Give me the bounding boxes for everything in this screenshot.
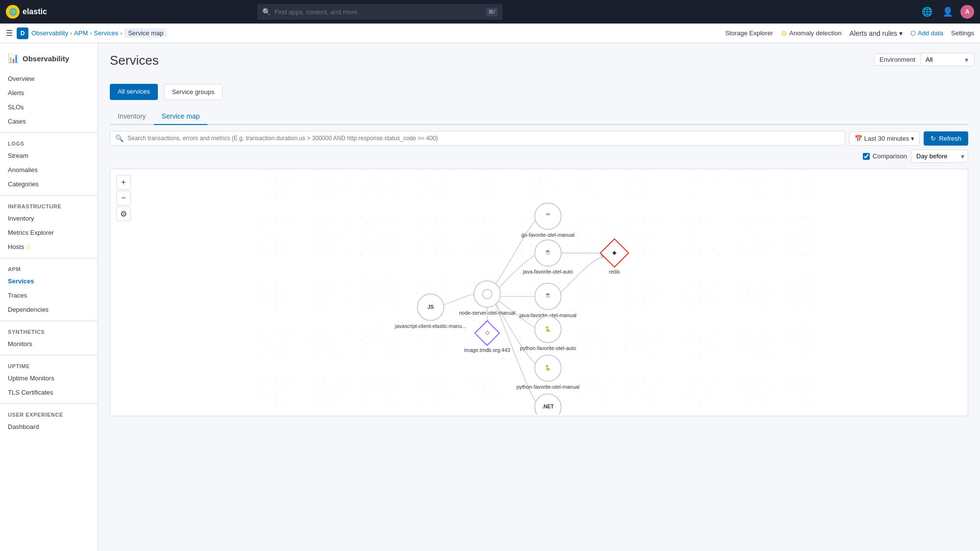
add-data-icon: ⬡ [910, 29, 916, 37]
sidebar-section-logs: Logs [0, 137, 98, 149]
search-icon: 🔍 [262, 8, 271, 16]
sidebar-item-dashboard[interactable]: Dashboard [0, 420, 98, 434]
sidebar-section-synthetics: Synthetics [0, 325, 98, 337]
service-map-svg: ∞ go-favorite-otel-manual ☕ java-favorit… [110, 169, 968, 414]
storage-explorer-link[interactable]: Storage Explorer [725, 29, 773, 37]
sidebar-section-infrastructure: Infrastructure [0, 200, 98, 211]
service-tab-bar: All services Service groups [110, 84, 968, 100]
breadcrumb-observability[interactable]: Observability [31, 29, 68, 37]
sidebar-section-user-experience: User Experience [0, 408, 98, 420]
map-controls: + − ⚙ [116, 175, 131, 221]
svg-text:javascript-client-elastic-manu: javascript-client-elastic-manu... [395, 323, 466, 329]
add-data-btn[interactable]: ⬡ Add data [910, 29, 943, 37]
service-map-canvas: + − ⚙ [110, 169, 968, 416]
observability-icon: 📊 [8, 53, 19, 64]
view-sub-tabs: Inventory Service map [110, 108, 968, 125]
sidebar-item-uptime-monitors[interactable]: Uptime Monitors [0, 371, 98, 385]
filter-search-icon: 🔍 [115, 134, 124, 142]
sidebar-divider-3 [0, 258, 98, 258]
sidebar-item-inventory[interactable]: Inventory [0, 211, 98, 225]
sidebar-item-metrics-explorer[interactable]: Metrics Explorer [0, 225, 98, 240]
keyboard-shortcut: ⌘/ [486, 8, 498, 16]
settings-link[interactable]: Settings [951, 29, 974, 37]
environment-selector[interactable]: Environment All production staging devel… [874, 53, 968, 66]
top-bar: 🌐 elastic 🔍 ⌘/ 🌐 👤 A [0, 0, 980, 24]
sidebar-item-slos[interactable]: SLOs [0, 100, 98, 114]
svg-text:☕: ☕ [545, 292, 552, 298]
workspace-badge: D [17, 27, 28, 39]
breadcrumb-service-map: Service map [124, 28, 167, 38]
svg-text:node-server-otel-manual: node-server-otel-manual [459, 310, 515, 316]
time-picker-btn[interactable]: 📅 Last 30 minutes ▾ [849, 131, 920, 146]
map-settings-button[interactable]: ⚙ [116, 206, 131, 221]
global-search-bar[interactable]: 🔍 ⌘/ [257, 4, 503, 20]
svg-point-15 [482, 289, 492, 299]
notifications-icon[interactable]: 👤 [940, 4, 955, 20]
comparison-row: Comparison Day before Week before Month … [110, 150, 968, 163]
filter-input-wrap[interactable]: 🔍 [110, 131, 845, 146]
sidebar-divider-4 [0, 321, 98, 321]
sidebar: 📊 Observability Overview Alerts SLOs Cas… [0, 43, 98, 551]
zoom-in-button[interactable]: + [116, 175, 131, 190]
anomaly-detection-btn[interactable]: ⚙ Anomaly detection [781, 29, 842, 37]
page-header: Services Environment All production stag… [110, 53, 968, 76]
menu-toggle[interactable]: ☰ [6, 28, 13, 38]
comparison-period-selector[interactable]: Day before Week before Month before ▾ [911, 150, 968, 163]
top-right-actions: 🌐 👤 A [919, 4, 974, 20]
time-chevron-icon: ▾ [911, 135, 914, 142]
sub-tab-inventory[interactable]: Inventory [110, 108, 154, 125]
comparison-period-dropdown[interactable]: Day before Week before Month before [911, 150, 968, 163]
comparison-label[interactable]: Comparison [863, 152, 907, 160]
sidebar-item-anomalies[interactable]: Anomalies [0, 163, 98, 177]
calendar-icon: 📅 [854, 135, 862, 142]
svg-text:java-favorite-otel-auto: java-favorite-otel-auto [523, 269, 573, 275]
sidebar-item-alerts[interactable]: Alerts [0, 86, 98, 100]
sub-tab-service-map[interactable]: Service map [154, 108, 208, 125]
svg-text:python-favorite-otel-manual: python-favorite-otel-manual [516, 384, 579, 390]
svg-text:🐍: 🐍 [545, 326, 552, 332]
environment-label: Environment [874, 53, 921, 66]
environment-dropdown[interactable]: All production staging development [921, 53, 975, 66]
alerts-rules-btn[interactable]: Alerts and rules ▾ [850, 29, 903, 37]
zoom-out-button[interactable]: − [116, 191, 131, 205]
svg-text:🐍: 🐍 [545, 365, 552, 371]
help-icon[interactable]: 🌐 [919, 4, 935, 20]
anomaly-icon: ⚙ [781, 29, 787, 37]
sidebar-item-dependencies[interactable]: Dependencies [0, 302, 98, 317]
svg-text:∞: ∞ [546, 211, 550, 217]
sidebar-item-hosts[interactable]: Hosts ⚠ [0, 240, 98, 254]
filter-input[interactable] [127, 135, 840, 142]
tab-all-services[interactable]: All services [110, 84, 158, 100]
comparison-checkbox[interactable] [863, 153, 870, 160]
svg-text:redis: redis [609, 269, 620, 275]
main-content: Services Environment All production stag… [98, 43, 980, 551]
refresh-icon: ↻ [930, 135, 936, 142]
app-layout: 📊 Observability Overview Alerts SLOs Cas… [0, 43, 980, 551]
sidebar-divider-1 [0, 132, 98, 133]
sidebar-item-monitors[interactable]: Monitors [0, 337, 98, 351]
svg-text:☕: ☕ [545, 249, 552, 255]
sidebar-item-overview[interactable]: Overview [0, 72, 98, 86]
sidebar-section-apm: APM [0, 262, 98, 274]
breadcrumb-services[interactable]: Services [94, 29, 118, 37]
sidebar-item-categories[interactable]: Categories [0, 177, 98, 191]
svg-text:◆: ◆ [612, 250, 617, 255]
sidebar-divider-5 [0, 355, 98, 355]
page-title: Services [110, 53, 159, 68]
svg-text:.NET: .NET [542, 403, 554, 409]
elastic-logo-icon: 🌐 [6, 5, 20, 19]
user-avatar[interactable]: A [960, 5, 974, 19]
sidebar-title: Observability [23, 54, 69, 63]
svg-text:python-favorite-otel-auto: python-favorite-otel-auto [520, 345, 577, 351]
sidebar-item-stream[interactable]: Stream [0, 149, 98, 163]
refresh-button[interactable]: ↻ Refresh [924, 131, 968, 146]
search-input[interactable] [275, 8, 482, 16]
sidebar-item-services[interactable]: Services [0, 274, 98, 288]
sidebar-item-cases[interactable]: Cases [0, 114, 98, 128]
hosts-warn-icon: ⚠ [26, 244, 31, 250]
breadcrumb-apm[interactable]: APM [74, 29, 88, 37]
chevron-down-icon: ▾ [899, 29, 903, 37]
tab-service-groups[interactable]: Service groups [164, 84, 223, 100]
sidebar-item-tls-certs[interactable]: TLS Certificates [0, 385, 98, 400]
sidebar-item-traces[interactable]: Traces [0, 288, 98, 302]
